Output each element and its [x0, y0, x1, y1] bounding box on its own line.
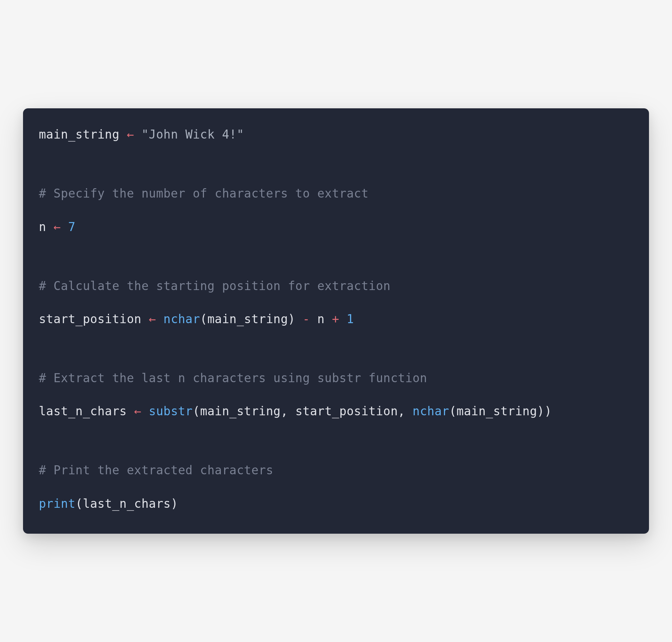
assign-arrow: ←: [46, 220, 68, 234]
code-line-call: print(last_n_chars): [39, 496, 633, 512]
comment: # Extract the last n characters using su…: [39, 371, 427, 385]
comma: ,: [281, 404, 295, 418]
code-line-comment: # Specify the number of characters to ex…: [39, 185, 633, 202]
identifier: start_position: [295, 404, 398, 418]
blank-space: [39, 386, 633, 403]
blank-space: [39, 327, 633, 370]
function-name: nchar: [163, 312, 200, 326]
blank-space: [39, 143, 633, 185]
blank-space: [39, 479, 633, 496]
paren: (: [449, 404, 457, 418]
identifier: start_position: [39, 312, 141, 326]
operator: +: [324, 312, 346, 326]
paren: ): [171, 497, 178, 511]
paren: (: [76, 497, 83, 511]
paren: ): [537, 404, 544, 418]
comment: # Specify the number of characters to ex…: [39, 186, 369, 200]
code-line-expression: start_position ← nchar(main_string) - n …: [39, 311, 633, 327]
comment: # Calculate the starting position for ex…: [39, 279, 391, 293]
number-literal: 7: [68, 220, 75, 234]
identifier: last_n_chars: [39, 404, 127, 418]
identifier: main_string: [457, 404, 537, 418]
paren: ): [544, 404, 551, 418]
code-line-comment: # Calculate the starting position for ex…: [39, 278, 633, 294]
code-line-assignment: n ← 7: [39, 219, 633, 235]
function-name: substr: [149, 404, 193, 418]
string-literal: "John Wick 4!": [141, 127, 244, 141]
paren: (: [200, 312, 207, 326]
code-line-comment: # Print the extracted characters: [39, 462, 633, 479]
blank-space: [39, 202, 633, 219]
operator: -: [295, 312, 317, 326]
paren: (: [193, 404, 200, 418]
function-name: print: [39, 497, 76, 511]
identifier: n: [39, 220, 46, 234]
identifier: last_n_chars: [83, 497, 171, 511]
paren: ): [288, 312, 295, 326]
blank-space: [39, 294, 633, 311]
identifier: main_string: [200, 404, 281, 418]
function-name: nchar: [413, 404, 449, 418]
blank-space: [39, 235, 633, 278]
assign-arrow: ←: [141, 312, 163, 326]
identifier: n: [317, 312, 324, 326]
assign-arrow: ←: [119, 127, 141, 141]
assign-arrow: ←: [127, 404, 149, 418]
number-literal: 1: [347, 312, 354, 326]
code-line-assignment: main_string ← "John Wick 4!": [39, 126, 633, 143]
code-block: main_string ← "John Wick 4!" # Specify t…: [23, 108, 649, 534]
blank-space: [39, 420, 633, 462]
identifier: main_string: [207, 312, 288, 326]
comma: ,: [398, 404, 413, 418]
code-line-comment: # Extract the last n characters using su…: [39, 370, 633, 386]
code-line-expression: last_n_chars ← substr(main_string, start…: [39, 403, 633, 420]
identifier: main_string: [39, 127, 119, 141]
comment: # Print the extracted characters: [39, 463, 273, 477]
